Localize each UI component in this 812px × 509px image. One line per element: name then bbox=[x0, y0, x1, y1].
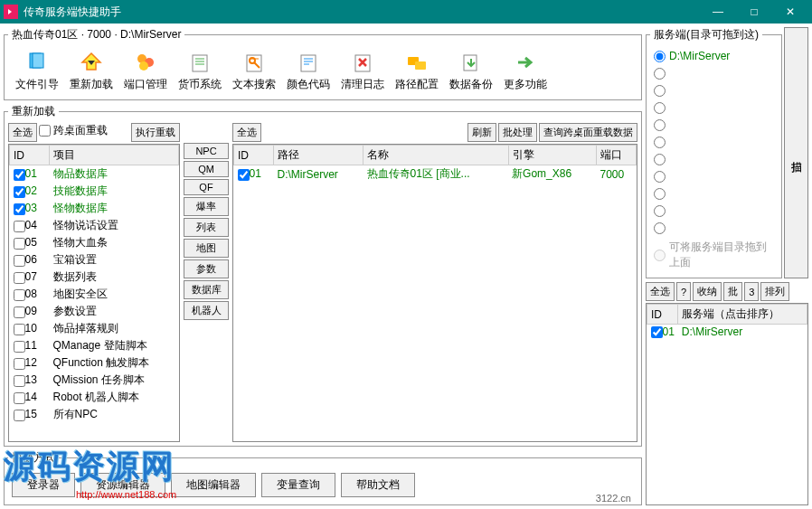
item-checkbox[interactable] bbox=[14, 186, 25, 198]
server-radio-empty[interactable] bbox=[654, 137, 774, 148]
reload-item-row[interactable]: 04怪物说话设置 bbox=[10, 217, 179, 234]
reload-item-row[interactable]: 05怪物大血条 bbox=[10, 234, 179, 251]
mid-爆率-button[interactable]: 爆率 bbox=[184, 197, 229, 216]
svg-rect-6 bbox=[193, 55, 207, 71]
server-radio[interactable]: D:\MirServer bbox=[654, 50, 774, 62]
more-toolbar-button[interactable]: 更多功能 bbox=[502, 48, 549, 94]
reload-item-row[interactable]: 06宝箱设置 bbox=[10, 251, 179, 269]
svg-rect-19 bbox=[415, 61, 426, 70]
reload-legend: 重新加载 bbox=[8, 104, 59, 119]
shortcut-地图编辑器-button[interactable]: 地图编辑器 bbox=[171, 473, 256, 497]
server-list-table[interactable]: ID 服务端（点击排序） 01D:\MirServer bbox=[646, 303, 808, 505]
reload-items-table[interactable]: ID 项目 01物品数据库02技能数据库03怪物数据库04怪物说话设置05怪物大… bbox=[8, 144, 180, 442]
server-radio-empty[interactable] bbox=[654, 171, 774, 183]
file-toolbar-button[interactable]: 文件引导 bbox=[14, 48, 61, 94]
server-radio-empty[interactable] bbox=[654, 119, 774, 131]
servers-table[interactable]: ID 路径 名称 引擎 端口 01D:\MirServer热血传奇01区 [商业… bbox=[232, 144, 637, 442]
close-button[interactable]: ✕ bbox=[772, 0, 808, 24]
mid-数据库-button[interactable]: 数据库 bbox=[184, 280, 229, 299]
col-id: ID bbox=[10, 146, 50, 165]
select-all-button[interactable]: 全选 bbox=[8, 123, 37, 142]
titlebar: 传奇服务端快捷助手 — □ ✕ bbox=[0, 0, 812, 24]
reload-item-row[interactable]: 13QMission 任务脚本 bbox=[10, 372, 179, 389]
window-title: 传奇服务端快捷助手 bbox=[24, 5, 700, 20]
srv-batch[interactable]: 批 bbox=[723, 282, 742, 301]
reload-item-row[interactable]: 12QFunction 触发脚本 bbox=[10, 354, 179, 372]
srv-help[interactable]: ? bbox=[676, 282, 691, 301]
cross-desktop-checkbox[interactable]: 跨桌面重载 bbox=[39, 123, 108, 142]
watermark: 源码资源网 http://www.net188.com bbox=[4, 445, 176, 500]
item-checkbox[interactable] bbox=[14, 306, 25, 318]
item-checkbox[interactable] bbox=[14, 221, 25, 232]
srv-list-row[interactable]: 01D:\MirServer bbox=[647, 325, 807, 340]
shortcut-帮助文档-button[interactable]: 帮助文档 bbox=[341, 473, 415, 497]
server-radio-empty[interactable] bbox=[654, 102, 774, 114]
money-toolbar-button[interactable]: 货币系统 bbox=[176, 48, 223, 94]
item-checkbox[interactable] bbox=[14, 375, 25, 387]
refresh-button[interactable]: 刷新 bbox=[467, 123, 496, 142]
reload-item-row[interactable]: 01物品数据库 bbox=[10, 165, 179, 184]
color-toolbar-button[interactable]: 颜色代码 bbox=[285, 48, 332, 94]
server-row[interactable]: 01D:\MirServer热血传奇01区 [商业...新Gom_X867000 bbox=[234, 165, 637, 184]
reload-item-row[interactable]: 14Robot 机器人脚本 bbox=[10, 389, 179, 406]
app-icon bbox=[4, 5, 18, 19]
srv-sort[interactable]: 排列 bbox=[760, 282, 789, 301]
reload-item-row[interactable]: 02技能数据库 bbox=[10, 183, 179, 200]
server-radio-empty[interactable] bbox=[654, 154, 774, 165]
item-checkbox[interactable] bbox=[14, 203, 25, 215]
reload-item-row[interactable]: 08地图安全区 bbox=[10, 286, 179, 303]
minimize-button[interactable]: — bbox=[700, 0, 736, 24]
path-toolbar-button[interactable]: 路径配置 bbox=[393, 48, 440, 94]
item-checkbox[interactable] bbox=[14, 169, 25, 181]
file-icon bbox=[23, 50, 52, 75]
shortcut-变量查询-button[interactable]: 变量查询 bbox=[261, 473, 335, 497]
item-checkbox[interactable] bbox=[14, 392, 25, 404]
server-radio-empty[interactable] bbox=[654, 205, 774, 217]
mid-列表-button[interactable]: 列表 bbox=[184, 218, 229, 237]
backup-toolbar-button[interactable]: 数据备份 bbox=[448, 48, 495, 94]
reload-item-row[interactable]: 03怪物数据库 bbox=[10, 200, 179, 217]
srv-select-all[interactable]: 全选 bbox=[646, 282, 675, 301]
item-checkbox[interactable] bbox=[14, 289, 25, 301]
col-item: 项目 bbox=[50, 146, 179, 165]
execute-reload-button[interactable]: 执行重载 bbox=[131, 123, 180, 142]
reload-item-row[interactable]: 10饰品掉落规则 bbox=[10, 320, 179, 337]
item-checkbox[interactable] bbox=[14, 238, 25, 250]
money-icon bbox=[185, 50, 214, 75]
footer-text: 3122.cn bbox=[596, 493, 631, 504]
item-checkbox[interactable] bbox=[14, 324, 25, 335]
batch-button[interactable]: 批处理 bbox=[498, 123, 537, 142]
item-checkbox[interactable] bbox=[14, 341, 25, 353]
reload-item-row[interactable]: 07数据列表 bbox=[10, 269, 179, 286]
server-radio-empty[interactable] bbox=[654, 188, 774, 200]
search-toolbar-button[interactable]: 文本搜索 bbox=[231, 48, 278, 94]
item-checkbox[interactable] bbox=[14, 255, 25, 267]
scan-button[interactable]: 扫描 bbox=[784, 27, 808, 278]
mid-QF-button[interactable]: QF bbox=[184, 179, 229, 195]
server-radio-empty[interactable] bbox=[654, 222, 774, 234]
server-radio-empty[interactable] bbox=[654, 85, 774, 97]
maximize-button[interactable]: □ bbox=[736, 0, 772, 24]
reload-item-row[interactable]: 15所有NPC bbox=[10, 406, 179, 423]
main-group-legend: 热血传奇01区 · 7000 · D:\MirServer bbox=[8, 27, 184, 42]
right-select-all[interactable]: 全选 bbox=[232, 123, 261, 142]
server-group: 服务端(目录可拖到这) D:\MirServer可将服务端目录拖到上面 bbox=[646, 27, 782, 278]
reload-item-row[interactable]: 11QManage 登陆脚本 bbox=[10, 337, 179, 354]
mid-参数-button[interactable]: 参数 bbox=[184, 259, 229, 278]
item-checkbox[interactable] bbox=[14, 410, 25, 421]
mid-地图-button[interactable]: 地图 bbox=[184, 239, 229, 258]
srv-num[interactable]: 3 bbox=[744, 282, 759, 301]
mid-QM-button[interactable]: QM bbox=[184, 161, 229, 177]
query-button[interactable]: 查询跨桌面重载数据 bbox=[539, 123, 637, 142]
mid-机器人-button[interactable]: 机器人 bbox=[184, 301, 229, 320]
item-checkbox[interactable] bbox=[14, 358, 25, 370]
item-checkbox[interactable] bbox=[14, 272, 25, 284]
reload-toolbar-button[interactable]: 重新加载 bbox=[68, 48, 115, 94]
server-radio-empty[interactable] bbox=[654, 68, 774, 80]
port-toolbar-button[interactable]: 端口管理 bbox=[122, 48, 169, 94]
srv-fold[interactable]: 收纳 bbox=[693, 282, 722, 301]
svg-rect-13 bbox=[301, 55, 316, 71]
mid-NPC-button[interactable]: NPC bbox=[184, 143, 229, 159]
reload-item-row[interactable]: 09参数设置 bbox=[10, 303, 179, 320]
clean-toolbar-button[interactable]: 清理日志 bbox=[339, 48, 386, 94]
